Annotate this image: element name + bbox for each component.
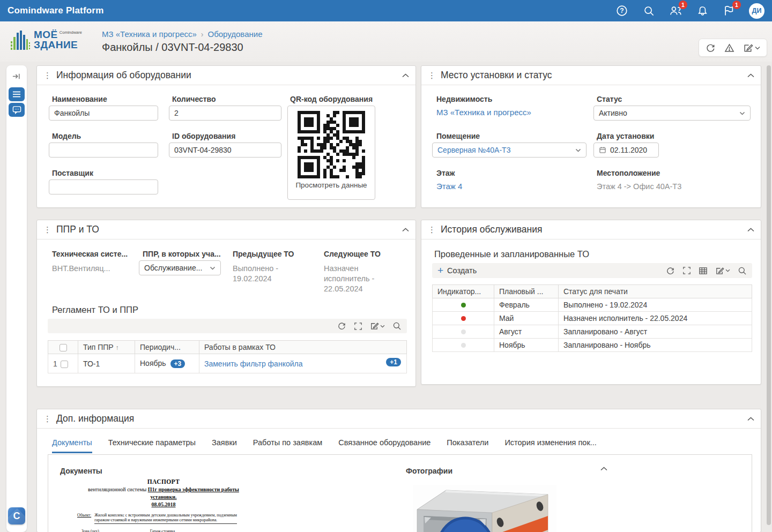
menu-button[interactable] — [9, 87, 25, 101]
page-title: Фанкойлы / 03VNT-04-29830 — [102, 41, 243, 54]
search-icon[interactable] — [642, 4, 656, 18]
doc-object-row: Объект: Жилой комплекс с встроенным детс… — [70, 513, 257, 524]
app-logo[interactable]: МОЁ Comindware ЗДАНИЕ — [11, 29, 82, 51]
tab-tech-params[interactable]: Технические параметры — [108, 438, 196, 453]
status-dot — [461, 329, 466, 334]
property-link[interactable]: МЗ «Техника и прогресс» — [436, 108, 531, 117]
quantity-input[interactable]: 2 — [169, 106, 281, 121]
service-history-table: Индикатор... Плановый ... Статус для печ… — [432, 284, 752, 352]
create-button[interactable]: + Создать — [437, 266, 477, 275]
col-print-status[interactable]: Статус для печати — [559, 285, 752, 298]
drag-handle-icon[interactable]: ⋮ — [428, 71, 436, 80]
refresh-icon[interactable] — [706, 43, 716, 53]
logo-building-icon — [11, 29, 30, 51]
help-icon[interactable]: ? — [615, 4, 629, 18]
comindware-badge[interactable]: C — [8, 507, 25, 524]
collapse-icon[interactable] — [402, 228, 409, 232]
floor-link[interactable]: Этаж 4 — [436, 182, 462, 191]
edit-icon[interactable] — [715, 266, 730, 275]
next-to-value: Назначенисполнитель -22.05.2024 — [324, 264, 374, 294]
table-row[interactable]: Август Запланировано - Август — [433, 325, 752, 339]
property-label: Недвижимость — [436, 95, 492, 103]
breadcrumb-equipment[interactable]: Оборудование — [208, 29, 263, 39]
table-icon[interactable] — [699, 266, 708, 275]
room-select[interactable]: Серверная №40А-Т3 — [432, 143, 587, 158]
col-type[interactable]: Тип ППР ↑ — [78, 341, 135, 354]
search-icon[interactable] — [392, 321, 402, 331]
tab-change-history[interactable]: История изменения пок... — [504, 438, 596, 453]
location-label: Местоположение — [597, 169, 660, 177]
next-to-label: Следующее ТО — [324, 250, 381, 258]
status-value: Активно — [599, 109, 627, 117]
refresh-icon[interactable] — [337, 321, 346, 331]
collapse-icon[interactable] — [747, 228, 754, 232]
equipment-photo[interactable] — [413, 485, 556, 532]
row-checkbox[interactable] — [61, 361, 68, 368]
col-period[interactable]: Периодич... — [135, 341, 199, 354]
col-works[interactable]: Работы в рамках ТО — [199, 341, 407, 354]
drag-handle-icon[interactable]: ⋮ — [428, 225, 436, 235]
install-date-input[interactable]: 02.11.2020 — [593, 143, 659, 158]
svg-text:?: ? — [620, 7, 623, 14]
table-row[interactable]: Февраль Выполнено - 19.02.2024 — [433, 298, 752, 312]
tab-request-works[interactable]: Работы по заявкам — [253, 438, 322, 453]
comment-icon — [12, 106, 21, 114]
col-planned[interactable]: Плановый ... — [494, 285, 559, 298]
select-all-checkbox[interactable] — [60, 344, 67, 351]
equipment-id-input[interactable]: 03VNT-04-29830 — [169, 143, 281, 158]
supplier-input[interactable] — [49, 179, 158, 194]
collapse-icon[interactable] — [747, 417, 754, 421]
status-select[interactable]: Активно — [593, 106, 751, 121]
vertical-scrollbar[interactable] — [767, 65, 771, 525]
tech-system-label: Техническая систе... — [52, 250, 128, 258]
table-row[interactable]: Ноябрь Запланировано - Ноябрь — [433, 339, 752, 352]
work-link[interactable]: Заменить фильтр фанкойла — [204, 359, 302, 368]
name-input[interactable]: Фанкойлы — [49, 106, 158, 121]
breadcrumb-object[interactable]: МЗ «Техника и прогресс» — [102, 29, 197, 39]
model-input[interactable] — [49, 143, 158, 158]
search-icon[interactable] — [738, 266, 747, 275]
top-bar: Comindware Platform ? 1 1 ДИ — [0, 0, 772, 21]
fullscreen-icon[interactable] — [354, 322, 362, 331]
install-date-value: 02.11.2020 — [610, 146, 647, 154]
drag-handle-icon[interactable]: ⋮ — [43, 225, 51, 235]
doc-date: 08.05.2018 — [70, 501, 257, 507]
tab-linked-equipment[interactable]: Связанное оборудование — [338, 438, 430, 453]
tab-documents[interactable]: Документы — [52, 438, 92, 453]
drag-handle-icon[interactable]: ⋮ — [43, 414, 51, 424]
people-icon[interactable]: 1 — [669, 4, 682, 18]
equipment-id-label: ID оборудования — [172, 132, 235, 140]
ppr-participation-value: Обслуживание... — [144, 264, 202, 272]
fullscreen-icon[interactable] — [682, 266, 691, 275]
prev-to-value: Выполнено -19.02.2024 — [233, 264, 278, 284]
location-value: Этаж 4 -> Офис 40А-Т3 — [597, 182, 681, 192]
qr-view-data-link[interactable]: Просмотреть данные — [288, 181, 375, 189]
period-more-badge[interactable]: +3 — [170, 359, 185, 368]
panel-service-history: ⋮ История обслуживания Проведенные и зап… — [421, 220, 761, 385]
comments-button[interactable] — [9, 103, 25, 117]
refresh-icon[interactable] — [666, 266, 675, 275]
drag-handle-icon[interactable]: ⋮ — [43, 71, 51, 80]
pin-sidebar-icon[interactable] — [12, 72, 21, 83]
flag-icon[interactable]: 1 — [722, 4, 736, 18]
plus-icon: + — [437, 265, 443, 275]
table-row[interactable]: 1 ТО-1 Ноябрь+3 Заменить фильтр фанкойла… — [48, 354, 407, 373]
left-rail: C — [6, 65, 27, 532]
col-indicator[interactable]: Индикатор... — [433, 285, 494, 298]
works-more-badge[interactable]: +1 — [386, 358, 401, 366]
edit-icon[interactable] — [370, 321, 385, 331]
ppr-participation-select[interactable]: Обслуживание... — [139, 260, 221, 275]
collapse-icon[interactable] — [402, 73, 409, 78]
photos-collapse-icon[interactable] — [600, 467, 607, 471]
warning-icon[interactable] — [724, 43, 734, 53]
edit-icon[interactable] — [743, 43, 760, 53]
avatar[interactable]: ДИ — [749, 3, 764, 19]
collapse-icon[interactable] — [747, 73, 754, 78]
document-preview[interactable]: ПАСПОРТ вентиляционной системы П1г прове… — [70, 478, 257, 532]
cell-status: Назначен исполнитель - 22.05.2024 — [559, 312, 752, 325]
bell-icon[interactable] — [695, 4, 709, 18]
tab-indicators[interactable]: Показатели — [447, 438, 488, 453]
tab-requests[interactable]: Заявки — [212, 438, 237, 453]
create-button-label: Создать — [447, 266, 477, 275]
table-row[interactable]: Май Назначен исполнитель - 22.05.2024 — [433, 312, 752, 325]
